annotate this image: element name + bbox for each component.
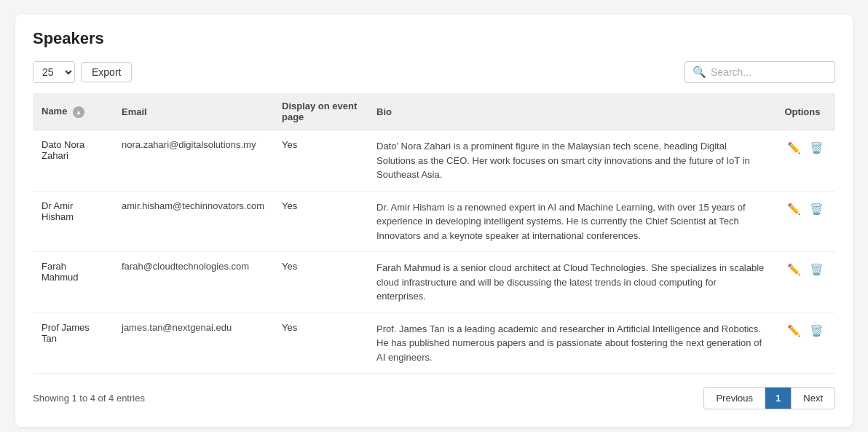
cell-options: ✏️ 🗑️: [776, 191, 835, 252]
cell-bio: Dato' Nora Zahari is a prominent figure …: [368, 130, 776, 192]
col-header-email: Email: [113, 93, 273, 130]
cell-name: Dr Amir Hisham: [33, 191, 113, 252]
cell-options: ✏️ 🗑️: [776, 130, 835, 192]
edit-button[interactable]: ✏️: [784, 139, 804, 157]
table-row: Dato Nora Zahari nora.zahari@digitalsolu…: [33, 130, 835, 192]
cell-options: ✏️ 🗑️: [776, 313, 835, 374]
delete-button[interactable]: 🗑️: [807, 200, 826, 218]
cell-bio: Dr. Amir Hisham is a renowned expert in …: [368, 191, 776, 252]
cell-name: Prof James Tan: [33, 313, 113, 374]
table-row: Prof James Tan james.tan@nextgenai.edu Y…: [33, 313, 835, 374]
showing-text: Showing 1 to 4 of 4 entries: [33, 393, 145, 404]
col-header-bio: Bio: [368, 93, 776, 130]
toolbar: 25 50 100 Export 🔍: [33, 61, 835, 83]
delete-button[interactable]: 🗑️: [807, 261, 826, 278]
toolbar-left: 25 50 100 Export: [33, 61, 132, 83]
cell-name: Dato Nora Zahari: [33, 130, 113, 192]
current-page[interactable]: 1: [765, 387, 791, 409]
search-icon: 🔍: [693, 66, 706, 79]
sort-icon: ▲: [73, 106, 84, 118]
edit-button[interactable]: ✏️: [784, 322, 804, 339]
cell-display: Yes: [273, 252, 368, 313]
cell-email: nora.zahari@digitalsolutions.my: [113, 130, 273, 192]
page-title: Speakers: [33, 29, 835, 48]
delete-button[interactable]: 🗑️: [807, 322, 826, 339]
cell-name: Farah Mahmud: [33, 252, 113, 313]
per-page-select[interactable]: 25 50 100: [33, 61, 75, 83]
col-header-display: Display on event page: [273, 93, 368, 130]
speakers-page: Speakers 25 50 100 Export 🔍 Name ▲ Email…: [15, 15, 853, 427]
edit-button[interactable]: ✏️: [784, 200, 804, 218]
edit-button[interactable]: ✏️: [784, 261, 804, 278]
table-footer: Showing 1 to 4 of 4 entries Previous 1 N…: [33, 387, 835, 409]
col-header-options: Options: [776, 93, 835, 130]
search-box: 🔍: [684, 61, 835, 83]
cell-display: Yes: [273, 191, 368, 252]
export-button[interactable]: Export: [81, 62, 132, 82]
cell-options: ✏️ 🗑️: [776, 252, 835, 313]
search-input[interactable]: [711, 66, 827, 78]
cell-bio: Farah Mahmud is a senior cloud architect…: [368, 252, 776, 313]
next-button[interactable]: Next: [791, 387, 835, 409]
cell-bio: Prof. James Tan is a leading academic an…: [368, 313, 776, 374]
table-row: Dr Amir Hisham amir.hisham@techinnovator…: [33, 191, 835, 252]
delete-button[interactable]: 🗑️: [807, 139, 826, 157]
cell-email: james.tan@nextgenai.edu: [113, 313, 273, 374]
previous-button[interactable]: Previous: [703, 387, 765, 409]
cell-display: Yes: [273, 130, 368, 192]
cell-email: farah@cloudtechnologies.com: [113, 252, 273, 313]
table-row: Farah Mahmud farah@cloudtechnologies.com…: [33, 252, 835, 313]
cell-display: Yes: [273, 313, 368, 374]
cell-email: amir.hisham@techinnovators.com: [113, 191, 273, 252]
pagination: Previous 1 Next: [703, 387, 835, 409]
col-header-name[interactable]: Name ▲: [33, 93, 113, 130]
speakers-table: Name ▲ Email Display on event page Bio O…: [33, 93, 835, 374]
table-header-row: Name ▲ Email Display on event page Bio O…: [33, 93, 835, 130]
